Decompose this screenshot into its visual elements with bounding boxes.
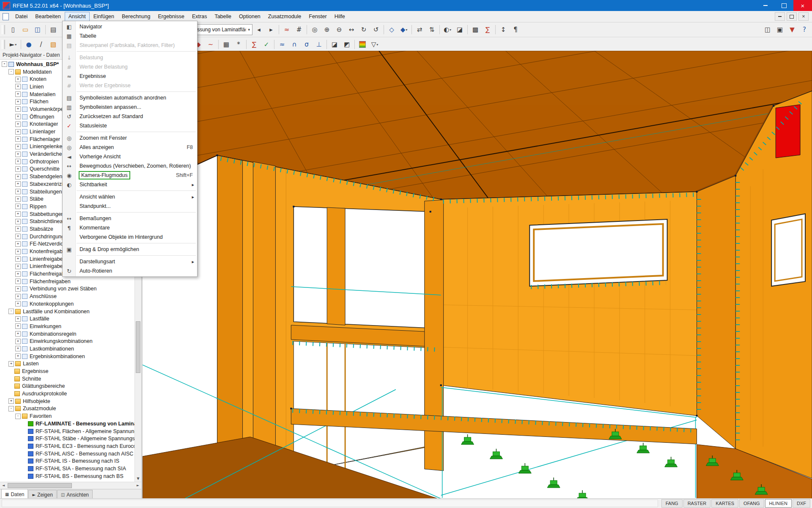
- tree-item-rf-stahl-sia-bemessung-nach-sia[interactable]: RF-STAHL SIA - Bemessung nach SIA: [0, 465, 135, 472]
- toolbar-mesh-generate[interactable]: ▦: [220, 39, 232, 50]
- toolbar-dimensions-tool[interactable]: ↕: [497, 24, 509, 36]
- menu-tabelle[interactable]: Tabelle: [211, 12, 235, 21]
- menu-item-symbolleisten-automatisch-anordnen[interactable]: ▤Symbolleisten automatisch anordnen: [63, 93, 197, 102]
- expand-icon[interactable]: +: [15, 204, 21, 209]
- menu-item-zur-cksetzen-auf-standard[interactable]: ↺Zurücksetzen auf Standard: [63, 112, 197, 121]
- viewport-3d-model[interactable]: [143, 51, 812, 499]
- expand-icon[interactable]: +: [15, 106, 21, 112]
- horizontal-scrollbar[interactable]: ◄ ►: [0, 482, 141, 489]
- maximize-button[interactable]: [775, 0, 793, 11]
- tree-item-verbindung-von-zwei-st-ben[interactable]: +Verbindung von zwei Stäben: [0, 285, 135, 293]
- toolbar-rotate-copy[interactable]: ⇅: [426, 24, 438, 36]
- tree-item-favoriten[interactable]: -Favoriten: [0, 412, 135, 420]
- menu-bearbeiten[interactable]: Bearbeiten: [31, 12, 64, 21]
- tree-item-fl-chenfreigaben[interactable]: +Flächenfreigaben: [0, 278, 135, 285]
- mdi-close-button[interactable]: ×: [798, 12, 809, 21]
- toolbar-smoothing-ranges[interactable]: ◩: [341, 39, 353, 50]
- tree-item-einwirkungskombinationen[interactable]: +Einwirkungskombinationen: [0, 337, 135, 345]
- status-toggle-raster[interactable]: RASTER: [683, 499, 711, 508]
- toolbar-help[interactable]: ?: [798, 24, 810, 36]
- tree-item-lastkombinationen[interactable]: +Lastkombinationen: [0, 345, 135, 353]
- toolbar-open-file[interactable]: ▭: [19, 24, 31, 36]
- expand-icon[interactable]: +: [15, 353, 21, 359]
- toolbar-calculation[interactable]: ∑: [482, 24, 494, 36]
- expand-icon[interactable]: +: [15, 264, 21, 269]
- menu-item-statusleiste[interactable]: ✓Statusleiste: [63, 121, 197, 130]
- left-window-opening[interactable]: [294, 207, 430, 328]
- expand-icon[interactable]: +: [15, 301, 21, 306]
- expand-icon[interactable]: +: [15, 331, 21, 337]
- menu-item-kamera-flugmodus[interactable]: ◉Kamera-FlugmodusShift+F: [63, 171, 197, 180]
- status-toggle-dxf[interactable]: DXF: [793, 499, 810, 508]
- menu-item-navigator[interactable]: ◧Navigator: [63, 22, 197, 31]
- collapse-icon[interactable]: -: [8, 309, 14, 314]
- menu-einf-gen[interactable]: Einfügen: [90, 12, 118, 21]
- minimize-button[interactable]: [756, 0, 775, 11]
- expand-icon[interactable]: +: [15, 241, 21, 247]
- left-middle-column[interactable]: [327, 207, 345, 325]
- navigator-tab-zeigen[interactable]: ►Zeigen: [28, 490, 56, 499]
- menu-item-vorherige-ansicht[interactable]: ◄Vorherige Ansicht: [63, 152, 197, 161]
- toolbar-calculate-all[interactable]: ∑: [248, 39, 260, 50]
- expand-icon[interactable]: +: [15, 286, 21, 292]
- navigator-tab-ansichten[interactable]: ◫Ansichten: [57, 490, 93, 499]
- menu-item-werte-der-belastung[interactable]: #Werte der Belastung: [63, 62, 197, 72]
- toolbar-insert-node[interactable]: ●: [23, 39, 35, 50]
- expand-icon[interactable]: +: [15, 271, 21, 277]
- toolbar-result-diagrams[interactable]: ∩: [288, 39, 300, 50]
- tree-item-schnitte[interactable]: Schnitte: [0, 375, 135, 383]
- menu-item-belastung[interactable]: ↓Belastung: [63, 53, 197, 62]
- expand-icon[interactable]: +: [15, 346, 21, 351]
- menu-ansicht[interactable]: Ansicht: [65, 12, 90, 21]
- toolbar-zoom-out[interactable]: ⊖: [333, 24, 345, 36]
- menu-item-ansicht-w-hlen[interactable]: Ansicht wählen▸: [63, 192, 197, 202]
- tree-item-lastf-lle[interactable]: +Lastfälle: [0, 315, 135, 323]
- tree-item-ergebniskombinationen[interactable]: +Ergebniskombinationen: [0, 353, 135, 360]
- menu-fenster[interactable]: Fenster: [305, 12, 330, 21]
- menu-item-standpunkt[interactable]: Standpunkt...: [63, 202, 197, 211]
- status-toggle-kartes[interactable]: KARTES: [711, 499, 738, 508]
- menu-item-kommentare[interactable]: ¶Kommentare: [63, 223, 197, 232]
- menu-item-tabelle[interactable]: ▦Tabelle: [63, 31, 197, 41]
- toolbar-clipping-planes[interactable]: ◪: [454, 24, 466, 36]
- expand-icon[interactable]: +: [15, 91, 21, 97]
- toolbar-view-direction[interactable]: ◆▾: [398, 24, 410, 36]
- menu-optionen[interactable]: Optionen: [235, 12, 264, 21]
- expand-icon[interactable]: +: [15, 189, 21, 194]
- expand-icon[interactable]: +: [15, 226, 21, 232]
- menu-item-zoomen-mit-fenster[interactable]: ◎Zoomen mit Fenster: [63, 133, 197, 143]
- left-post-column[interactable]: [253, 162, 276, 480]
- tree-item-lasten[interactable]: +Lasten: [0, 360, 135, 368]
- collapse-icon[interactable]: -: [15, 414, 21, 419]
- expand-icon[interactable]: +: [15, 144, 21, 149]
- expand-icon[interactable]: +: [8, 398, 14, 404]
- expand-icon[interactable]: +: [15, 152, 21, 157]
- tree-item-rf-laminate-bemessung-von-laminatfl-chen[interactable]: RF-LAMINATE - Bemessung von Laminatfläch…: [0, 420, 135, 428]
- toolbar-grip[interactable]: [2, 40, 5, 49]
- expand-icon[interactable]: +: [15, 114, 21, 119]
- horizontal-scroll-thumb[interactable]: [8, 483, 72, 488]
- menu-item-bema-ungen[interactable]: ↔Bemaßungen: [63, 214, 197, 223]
- expand-icon[interactable]: +: [15, 294, 21, 299]
- vertical-scroll-thumb[interactable]: [136, 321, 140, 373]
- toolbar-visibility-modes[interactable]: ◐▾: [442, 24, 453, 36]
- status-toggle-ofang[interactable]: OFANG: [739, 499, 764, 508]
- toolbar-arrange-windows[interactable]: ▣: [774, 24, 786, 36]
- expand-icon[interactable]: +: [15, 249, 21, 254]
- expand-icon[interactable]: +: [8, 361, 14, 367]
- toolbar-previous-zoom[interactable]: ↺: [370, 24, 382, 36]
- menu-item-symbolleisten-anpassen[interactable]: ▥Symbolleisten anpassen...: [63, 102, 197, 112]
- toolbar-grip[interactable]: [2, 25, 5, 34]
- toolbar-results-toggle[interactable]: ≈: [276, 39, 288, 50]
- toolbar-zoom-in[interactable]: ⊕: [321, 24, 333, 36]
- toolbar-stresses[interactable]: σ: [301, 39, 313, 50]
- status-toggle-fang[interactable]: FANG: [661, 499, 683, 508]
- toolbar-pan-view[interactable]: ↔: [346, 24, 357, 36]
- tree-item-rf-stahl-st-be-allgemeine-spannungsanalyse[interactable]: RF-STAHL Stäbe - Allgemeine Spannungsana…: [0, 435, 135, 442]
- expand-icon[interactable]: +: [15, 196, 21, 202]
- toolbar-plausibility-check[interactable]: ✓: [261, 39, 272, 50]
- tree-item-rf-stahl-ec3-bemessung-nach-eurocode-3[interactable]: RF-STAHL EC3 - Bemessung nach Eurocode 3: [0, 442, 135, 450]
- tree-item-gl-ttungsbereiche[interactable]: Glättungsbereiche: [0, 383, 135, 390]
- toolbar-new-window[interactable]: ◫: [762, 24, 774, 36]
- expand-icon[interactable]: +: [15, 279, 21, 284]
